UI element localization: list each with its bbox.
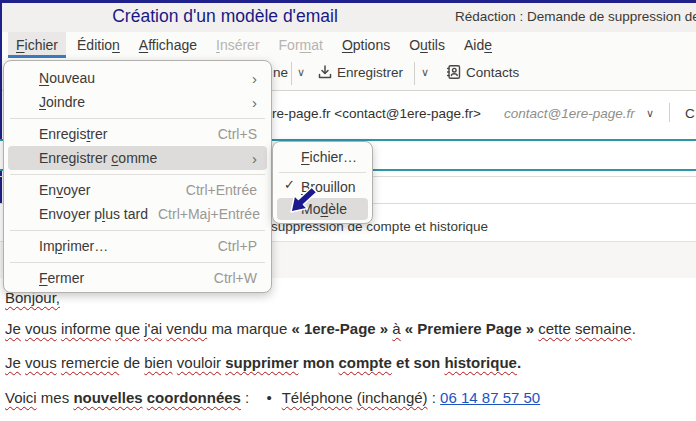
save-as-item-label: Fichier… [301,149,360,165]
body-text-run: mon [303,354,335,371]
file-menu-separator [10,174,265,175]
file-menu-item-joindre[interactable]: Joindre› [8,90,267,114]
body-text-run: vous [25,320,57,337]
body-text-run: vous [25,354,57,371]
body-text-run: Je [5,354,21,371]
body-text-run: historique [444,354,517,371]
shortcut-label: Ctrl+Entrée [186,182,257,198]
contacts-button[interactable]: Contacts [466,65,519,80]
menubar-item-format[interactable]: Format [271,32,331,58]
menubar-item-edition[interactable]: Édition [69,32,128,58]
body-text-run: que [115,320,140,337]
save-button[interactable]: Enregistrer [337,65,403,80]
body-text-run: (inchangé) [357,389,428,406]
window-title: Rédaction : Demande de suppression de [455,9,696,24]
file-menu-item-envoyer-plus-tard[interactable]: Envoyer plus tardCtrl+Maj+Entrée [8,202,267,226]
toolbar-separator [291,62,292,85]
body-text-run: de [123,354,140,371]
file-menu-item-imprimer[interactable]: Imprimer…Ctrl+P [8,234,267,258]
menu-bar: FichierÉditionAffichageInsérerFormatOpti… [2,32,696,58]
body-text-run: Téléphone [282,389,353,406]
contacts-icon[interactable] [446,64,462,80]
body-text-run: supprimer [225,354,298,371]
file-menu-item-envoyer[interactable]: EnvoyerCtrl+Entrée [8,178,267,202]
shortcut-label: Ctrl+W [214,270,257,286]
file-menu-item-label: Nouveau [39,70,244,86]
body-text-run: : [432,389,436,406]
body-text-run: ma marque [211,320,287,337]
chevron-down-icon[interactable]: ∨ [646,107,654,120]
body-text-run: coordonnées [147,389,241,406]
from-address: re-page.fr <contact@1ere-page.fr> [272,106,481,121]
file-menu-separator [10,118,265,119]
mouse-cursor-arrow-icon [285,178,331,220]
menubar-item-aide[interactable]: Aide [456,32,500,58]
identity-address[interactable]: contact@1ere-page.fr [504,106,635,121]
menubar-item-affichage[interactable]: Affichage [131,32,205,58]
phone-link[interactable]: 06 14 87 57 50 [440,389,540,406]
body-text-run: nouvelles [73,389,142,406]
file-menu-item-label: Envoyer [39,182,176,198]
file-menu-item-label: Enregistrer [39,126,208,142]
body-text-run: mes [41,389,69,406]
save-as-separator [279,172,366,173]
file-menu-item-enregistrer-comme[interactable]: Enregistrer comme› [8,146,267,170]
chevron-down-icon[interactable]: ∨ [297,66,305,79]
body-text-run: « Premiere Page » [405,320,534,337]
shortcut-label: Ctrl+Maj+Entrée [158,206,260,222]
file-menu-item-enregistrer[interactable]: EnregistrerCtrl+S [8,122,267,146]
body-text-run: et [396,354,409,371]
shortcut-label: Ctrl+P [218,238,257,254]
menubar-item-outils[interactable]: Outils [401,32,453,58]
toolbar-separator [414,62,415,85]
menubar-item-options[interactable]: Options [334,32,398,58]
shortcut-label: Ctrl+S [218,126,257,142]
chevron-down-icon[interactable]: ∨ [421,66,429,79]
body-text-run: cette [538,320,571,337]
file-menu-item-fermer[interactable]: FermerCtrl+W [8,266,267,290]
body-text-run: Je [5,320,21,337]
file-menu-separator [10,262,265,263]
task-title: Création d'un modèle d'email [70,6,380,27]
body-text-run: bien [144,354,172,371]
body-text-run: . [632,320,636,337]
file-menu-item-label: Joindre [39,94,244,110]
file-menu-item-label: Fermer [39,270,204,286]
body-line: Je vous informe que j'ai vendu ma marque… [5,320,636,337]
body-text-run: vendu [166,320,207,337]
body-text-run: . [517,354,521,371]
file-menu-item-nouveau[interactable]: Nouveau› [8,66,267,90]
body-text-run: vouloir [177,354,221,371]
menubar-item-fichier[interactable]: Fichier [8,32,66,58]
file-menu-separator [10,230,265,231]
clipped-toolbar-button[interactable]: ne [273,65,288,80]
submenu-chevron-icon: › [252,95,257,110]
body-text-run: : [245,389,249,406]
submenu-chevron-icon: › [252,151,257,166]
body-text-run: • [266,389,271,406]
body-text-run: remercie [61,354,119,371]
clipped-right-button[interactable]: C [685,106,695,121]
body-text-run: compte [339,354,392,371]
body-text-run: semaine [575,320,632,337]
file-menu-item-label: Enregistrer comme [39,150,244,166]
body-text-run: Voici [5,389,37,406]
body-text-run: son [414,354,441,371]
file-menu-panel: Nouveau›Joindre›EnregistrerCtrl+SEnregis… [3,60,272,293]
submenu-chevron-icon: › [252,71,257,86]
body-text-run: à [392,320,400,337]
body-line: Voici mes nouvelles coordonnées : • Télé… [5,389,540,406]
menubar-item-inserer[interactable]: Insérer [208,32,268,58]
body-text-run: informe [61,320,111,337]
body-line: Je vous remercie de bien vouloir supprim… [5,354,521,371]
body-text-run: j'ai [144,320,162,337]
address-row-separator [669,103,670,122]
save-as-item-fichier[interactable]: Fichier… [277,146,368,168]
file-menu-item-label: Imprimer… [39,238,208,254]
body-text-run: « 1ere-Page » [291,320,388,337]
file-menu-item-label: Envoyer plus tard [39,206,148,222]
save-icon[interactable] [317,64,333,80]
compose-window: Création d'un modèle d'email Rédaction :… [0,0,696,421]
